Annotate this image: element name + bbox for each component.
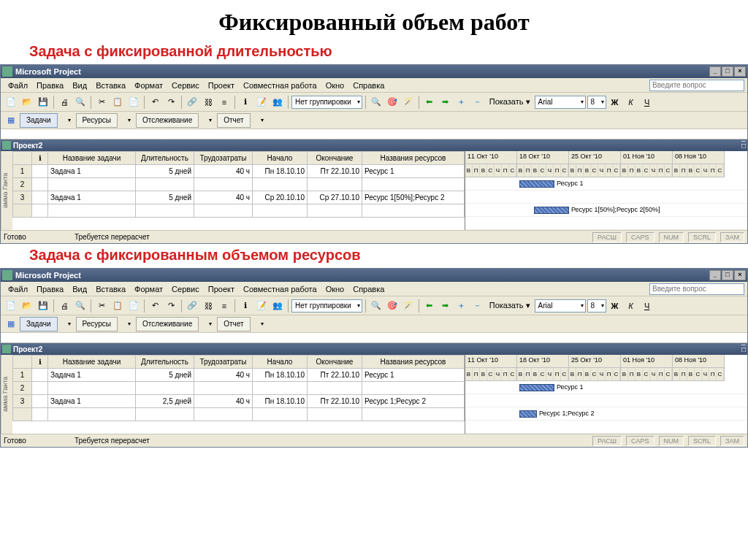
- italic-button[interactable]: К: [624, 299, 638, 313]
- notes-icon[interactable]: 📝: [254, 299, 269, 313]
- menu-file[interactable]: Файл: [4, 283, 32, 295]
- cell-res[interactable]: [362, 204, 465, 218]
- menu-window[interactable]: Окно: [321, 80, 349, 91]
- doc-minimize-button[interactable]: _: [741, 337, 746, 345]
- cell-work[interactable]: [194, 204, 253, 218]
- cell-info[interactable]: [32, 204, 48, 218]
- print-icon[interactable]: 🖨: [57, 95, 72, 110]
- menu-help[interactable]: Справка: [348, 283, 389, 295]
- tracking-dd[interactable]: [200, 113, 215, 128]
- cell-name[interactable]: [48, 408, 136, 421]
- menu-project[interactable]: Проект: [204, 283, 239, 295]
- cut-icon[interactable]: ✂: [94, 95, 109, 110]
- col-start[interactable]: Начало: [253, 152, 308, 165]
- menu-edit[interactable]: Правка: [32, 80, 68, 91]
- gantt-bar[interactable]: Ресурс 1: [519, 384, 554, 391]
- col-work[interactable]: Трудозатраты: [194, 152, 253, 165]
- cell-res[interactable]: [362, 408, 465, 421]
- cell-name[interactable]: [48, 178, 136, 191]
- tracking-dd[interactable]: [200, 317, 215, 331]
- task-table[interactable]: ℹ Название задачи Длительность Трудозатр…: [12, 355, 465, 421]
- cell-name[interactable]: Задача 1: [48, 191, 136, 204]
- menu-collab[interactable]: Совместная работа: [239, 80, 321, 91]
- underline-button[interactable]: Ч: [640, 95, 654, 110]
- table-row[interactable]: 3Задача 12,5 дней40 чПн 18.10.10Пт 22.10…: [13, 395, 465, 408]
- gantt-bar[interactable]: Ресурс 1;Ресурс 2: [519, 410, 537, 418]
- underline-button[interactable]: Ч: [640, 299, 654, 313]
- cell-res[interactable]: [362, 178, 465, 191]
- group-combo[interactable]: Нет группировки: [291, 96, 362, 109]
- tab-resources[interactable]: Ресурсы: [76, 317, 118, 331]
- preview-icon[interactable]: 🔍: [73, 299, 88, 313]
- font-combo[interactable]: Arial: [535, 299, 586, 312]
- col-work[interactable]: Трудозатраты: [194, 356, 253, 369]
- wizard-icon[interactable]: 🪄: [401, 95, 416, 110]
- unlink-icon[interactable]: ⛓: [201, 299, 215, 313]
- gantt-bar[interactable]: Ресурс 1: [519, 180, 554, 188]
- expand-icon[interactable]: ＋: [454, 299, 469, 313]
- table-row[interactable]: 2: [13, 178, 465, 191]
- col-name[interactable]: Название задачи: [48, 152, 136, 165]
- cell-info[interactable]: [32, 178, 48, 191]
- zoom-icon[interactable]: 🔍: [369, 95, 383, 110]
- show-button[interactable]: Показать ▾: [486, 301, 533, 310]
- tab-resources[interactable]: Ресурсы: [76, 113, 118, 128]
- zoom-icon[interactable]: 🔍: [369, 299, 383, 313]
- table-row[interactable]: [13, 204, 465, 218]
- row-number[interactable]: [13, 204, 32, 218]
- tasks-dd[interactable]: [59, 317, 75, 331]
- show-button[interactable]: Показать ▾: [486, 97, 533, 107]
- split-icon[interactable]: ≡: [217, 299, 232, 313]
- table-row[interactable]: 3Задача 15 дней40 чСр 20.10.10Ср 27.10.1…: [13, 191, 465, 204]
- table-row[interactable]: [13, 408, 465, 421]
- cell-res[interactable]: Ресурс 1: [362, 369, 465, 382]
- tab-tasks[interactable]: Задачи: [20, 317, 58, 331]
- cell-work[interactable]: [194, 382, 253, 395]
- save-icon[interactable]: 💾: [36, 95, 50, 110]
- cell-dur[interactable]: 2,5 дней: [136, 395, 194, 408]
- collapse-icon[interactable]: －: [470, 95, 485, 110]
- tab-tasks[interactable]: Задачи: [20, 113, 58, 128]
- split-icon[interactable]: ≡: [217, 95, 232, 110]
- views-icon[interactable]: ▦: [4, 317, 18, 331]
- cell-dur[interactable]: 5 дней: [136, 369, 194, 382]
- info-icon[interactable]: ℹ: [238, 95, 253, 110]
- cell-name[interactable]: Задача 1: [48, 395, 136, 408]
- menu-edit[interactable]: Правка: [32, 283, 68, 295]
- cell-res[interactable]: Ресурс 1: [362, 165, 465, 178]
- undo-icon[interactable]: ↶: [148, 95, 162, 110]
- indent-icon[interactable]: ➡: [438, 299, 453, 313]
- row-number[interactable]: 3: [13, 395, 32, 408]
- preview-icon[interactable]: 🔍: [73, 95, 88, 110]
- cell-start[interactable]: Пн 18.10.10: [253, 395, 308, 408]
- cell-end[interactable]: Пт 22.10.10: [308, 369, 362, 382]
- cell-dur[interactable]: [136, 408, 194, 421]
- menu-format[interactable]: Формат: [130, 283, 167, 295]
- cell-end[interactable]: [308, 178, 362, 191]
- redo-icon[interactable]: ↷: [164, 299, 178, 313]
- cell-info[interactable]: [32, 191, 48, 204]
- col-end[interactable]: Окончание: [308, 152, 362, 165]
- cell-start[interactable]: [253, 178, 308, 191]
- redo-icon[interactable]: ↷: [164, 95, 178, 110]
- cell-start[interactable]: [253, 408, 308, 421]
- bold-button[interactable]: Ж: [608, 299, 622, 313]
- undo-icon[interactable]: ↶: [148, 299, 162, 313]
- cell-dur[interactable]: [136, 178, 194, 191]
- cell-dur[interactable]: 5 дней: [136, 191, 194, 204]
- menu-insert[interactable]: Вставка: [91, 80, 130, 91]
- cell-name[interactable]: Задача 1: [48, 165, 136, 178]
- cell-end[interactable]: Пт 22.10.10: [308, 165, 362, 178]
- cell-start[interactable]: [253, 204, 308, 218]
- goto-icon[interactable]: 🎯: [385, 95, 400, 110]
- tab-report[interactable]: Отчет: [217, 113, 250, 128]
- link-icon[interactable]: 🔗: [185, 299, 199, 313]
- menu-file[interactable]: Файл: [4, 80, 32, 91]
- resources-dd[interactable]: [119, 113, 134, 128]
- table-row[interactable]: 1Задача 15 дней40 чПн 18.10.10Пт 22.10.1…: [13, 369, 465, 382]
- menu-view[interactable]: Вид: [68, 283, 91, 295]
- cell-end[interactable]: Ср 27.10.10: [308, 191, 362, 204]
- size-combo[interactable]: 8: [587, 96, 606, 109]
- maximize-button[interactable]: □: [722, 66, 733, 77]
- table-row[interactable]: 1Задача 15 дней40 чПн 18.10.10Пт 22.10.1…: [13, 165, 465, 178]
